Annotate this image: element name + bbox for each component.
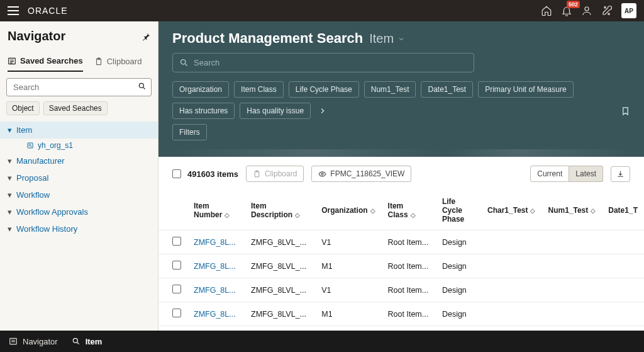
cell-life-cycle-phase: Design	[436, 230, 481, 254]
pin-icon[interactable]	[142, 32, 150, 41]
cell-organization: V1	[315, 230, 381, 254]
navigator-title: Navigator	[8, 29, 65, 43]
saved-search-icon	[26, 142, 34, 149]
cell-organization: M1	[315, 254, 381, 278]
row-checkbox[interactable]	[172, 309, 181, 317]
svg-point-7	[181, 60, 186, 65]
col-date1-test[interactable]: Date1_T	[602, 191, 644, 230]
chevron-down-icon	[397, 35, 405, 43]
cell-item-description: ZMFG_8LVL_...	[245, 302, 315, 326]
brand-logo: ORACLE	[28, 6, 68, 16]
page-title: Product Management Search	[172, 30, 363, 47]
col-life-cycle-phase[interactable]: Life Cycle Phase	[436, 191, 481, 230]
clipboard-button[interactable]: Clipboard	[246, 166, 304, 182]
revision-toggle: Current Latest	[530, 166, 603, 182]
tab-saved-searches[interactable]: Saved Searches	[8, 51, 83, 72]
main-search[interactable]	[172, 53, 474, 72]
clipboard-icon	[94, 57, 103, 66]
chip-organization[interactable]: Organization	[172, 81, 229, 98]
col-item-description[interactable]: Item Description◇	[245, 191, 315, 230]
tree-item-workflow[interactable]: ▾Workflow	[0, 186, 158, 203]
tree-item-item[interactable]: ▾Item	[0, 122, 158, 139]
col-organization[interactable]: Organization◇	[315, 191, 381, 230]
search-icon[interactable]	[138, 82, 147, 91]
chip-num1-test[interactable]: Num1_Test	[364, 81, 416, 98]
chip-item-class[interactable]: Item Class	[234, 81, 284, 98]
cell-item-number[interactable]: ZMFG_8L...	[187, 302, 245, 326]
col-char1-test[interactable]: Char1_Test◇	[481, 191, 541, 230]
notifications-button[interactable]: 502	[561, 5, 572, 16]
tree-item-workflow-approvals[interactable]: ▾Workflow Approvals	[0, 203, 158, 220]
svg-point-12	[73, 338, 77, 343]
row-checkbox[interactable]	[172, 285, 181, 293]
row-checkbox[interactable]	[172, 261, 181, 270]
tree-item-manufacturer[interactable]: ▾Manufacturer	[0, 152, 158, 169]
svg-point-4	[139, 83, 143, 88]
global-header: ORACLE 502 AP	[0, 0, 644, 21]
cell-date1	[602, 254, 644, 278]
tools-icon[interactable]	[601, 5, 613, 16]
view-button[interactable]: FPMC_118625_VIEW	[311, 166, 411, 182]
navigator-icon	[9, 337, 18, 346]
cell-item-number[interactable]: ZMFG_8L...	[187, 230, 245, 254]
eye-icon	[318, 170, 326, 178]
cell-num1	[541, 326, 602, 331]
chevron-right-icon[interactable]	[318, 106, 327, 115]
object-selector[interactable]: Item	[369, 31, 405, 46]
filter-object[interactable]: Object	[6, 101, 40, 115]
current-button[interactable]: Current	[530, 166, 569, 182]
cell-life-cycle-phase: Design	[436, 278, 481, 302]
select-all-checkbox[interactable]	[172, 169, 181, 178]
cell-organization: M1	[315, 302, 381, 326]
col-item-class[interactable]: Item Class◇	[382, 191, 436, 230]
tree-item-workflow-history[interactable]: ▾Workflow History	[0, 220, 158, 237]
tree-item-proposal[interactable]: ▾Proposal	[0, 169, 158, 186]
export-button[interactable]	[611, 166, 630, 182]
col-item-number[interactable]: Item Number◇	[187, 191, 245, 230]
user-icon[interactable]	[581, 5, 592, 16]
latest-button[interactable]: Latest	[569, 166, 603, 182]
cell-num1	[541, 230, 602, 254]
main-search-input[interactable]	[194, 58, 467, 67]
cell-organization: V1	[315, 278, 381, 302]
footer-bar: Navigator Item	[0, 331, 644, 352]
menu-icon[interactable]	[8, 6, 19, 15]
bookmark-icon[interactable]	[621, 106, 630, 116]
cell-item-number[interactable]: ZMFG_8L...	[187, 254, 245, 278]
cell-char1	[481, 326, 541, 331]
filter-saved-searches[interactable]: Saved Seaches	[43, 101, 108, 115]
footer-navigator[interactable]: Navigator	[9, 337, 58, 346]
download-icon	[616, 170, 625, 178]
sidebar-search-input[interactable]	[6, 78, 152, 96]
chip-life-cycle-phase[interactable]: Life Cycle Phase	[289, 81, 359, 98]
chip-primary-uom[interactable]: Primary Unit of Measure	[478, 81, 573, 98]
chip-filters[interactable]: Filters	[172, 124, 207, 140]
home-icon[interactable]	[541, 5, 552, 16]
search-header: Product Management Search Item Organizat…	[158, 21, 644, 157]
cell-life-cycle-phase: Design	[436, 254, 481, 278]
cell-item-class: Root Item...	[382, 326, 436, 331]
clipboard-icon	[253, 170, 261, 178]
cell-date1	[602, 326, 644, 331]
results-table: Item Number◇ Item Description◇ Organizat…	[158, 191, 644, 331]
chip-date1-test[interactable]: Date1_Test	[421, 81, 473, 98]
cell-char1	[481, 278, 541, 302]
tree-item-yh-org-s1[interactable]: yh_org_s1	[0, 139, 158, 152]
cell-date1	[602, 278, 644, 302]
sidebar-search[interactable]	[6, 78, 152, 96]
chip-has-structures[interactable]: Has structures	[172, 103, 235, 119]
cell-item-class: Root Item...	[382, 254, 436, 278]
chip-has-quality-issue[interactable]: Has quality issue	[240, 103, 311, 119]
tab-clipboard[interactable]: Clipboard	[94, 51, 142, 72]
footer-item[interactable]: Item	[72, 337, 103, 346]
cell-char1	[481, 254, 541, 278]
col-num1-test[interactable]: Num1_Test◇	[541, 191, 602, 230]
avatar[interactable]: AP	[621, 3, 636, 18]
svg-rect-5	[28, 143, 33, 148]
cell-item-number[interactable]: ZMFG_8L...	[187, 326, 245, 331]
navigator-sidebar: Navigator Saved Searches Clipboard Objec…	[0, 21, 158, 331]
row-checkbox[interactable]	[172, 237, 181, 246]
svg-point-10	[321, 173, 323, 174]
result-count: 491603 items	[187, 169, 238, 179]
cell-item-number[interactable]: ZMFG_8L...	[187, 278, 245, 302]
